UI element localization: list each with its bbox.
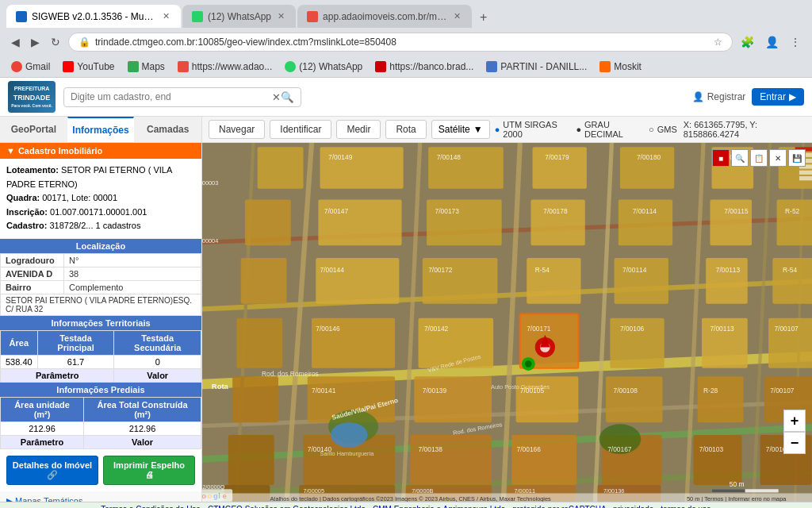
bookmark-whatsapp2[interactable]: (12) WhatsApp — [282, 60, 366, 74]
circle-icon: ● — [495, 125, 500, 134]
svg-text:Rod. dos Romeiros: Rod. dos Romeiros — [262, 370, 319, 378]
bookmark-maps-label: Maps — [142, 61, 165, 72]
bookmark-star[interactable]: ☆ — [714, 37, 722, 48]
area-value: 538.40 — [1, 355, 38, 368]
reload-button[interactable]: ↻ — [48, 33, 63, 52]
bookmark-bradesco[interactable]: https://banco.brad... — [372, 60, 477, 74]
tab-favicon-whatsapp — [192, 11, 203, 22]
menu-button[interactable]: ⋮ — [787, 33, 804, 52]
address-bar: ◀ ▶ ↻ 🔒 trindade.ctmgeo.com.br:10085/geo… — [0, 28, 812, 56]
gmail-icon — [11, 61, 22, 72]
search-submit-button[interactable]: 🔍 — [281, 91, 294, 103]
svg-rect-130 — [712, 489, 745, 492]
loteamento-label: Loteamento: — [6, 165, 59, 175]
partini-icon — [486, 61, 497, 72]
satellite-select[interactable]: Satélite ▼ — [431, 120, 490, 139]
search-input[interactable] — [71, 91, 272, 102]
svg-rect-27 — [619, 199, 672, 245]
tab-close-adao[interactable]: ✕ — [452, 10, 462, 23]
svg-text:7/00148: 7/00148 — [437, 153, 462, 161]
svg-text:Atalhos do teclado | Dados car: Atalhos do teclado | Dados cartográficos… — [270, 495, 551, 502]
map-tool-red[interactable]: ■ — [712, 149, 730, 167]
medir-button[interactable]: Medir — [336, 120, 381, 139]
bookmark-bradesco-label: https://banco.brad... — [389, 61, 473, 72]
svg-point-116 — [525, 360, 531, 367]
register-button[interactable]: 👤 Registrar — [692, 91, 746, 102]
tab-informacoes[interactable]: Informações — [67, 117, 135, 142]
tab-adao[interactable]: app.adaoimoveis.com.br/me... ✕ — [297, 5, 472, 28]
tab-sigweb[interactable]: SIGWEB v2.0.1.3536 - Munic... ✕ — [6, 5, 181, 28]
whatsapp-icon — [285, 61, 296, 72]
svg-text:7/00172: 7/00172 — [428, 266, 453, 274]
tab-favicon-sigweb — [16, 11, 27, 22]
gms-option[interactable]: ○ GMS — [649, 125, 677, 134]
extensions-button[interactable]: 🧩 — [737, 33, 757, 52]
forward-button[interactable]: ▶ — [28, 33, 43, 52]
navegar-button[interactable]: Navegar — [209, 120, 265, 139]
mapas-tematicos-section[interactable]: ▶ Mapas Temáticos — [0, 491, 201, 502]
new-tab-button[interactable]: + — [473, 7, 493, 28]
svg-text:R-52: R-52 — [785, 207, 800, 215]
identificar-button[interactable]: Identificar — [270, 120, 331, 139]
prediais-header-row: Área unidade (m²) Área Total Construída … — [1, 397, 201, 421]
search-clear-button[interactable]: ✕ — [272, 91, 281, 103]
area-construida-header: Área Total Construída (m²) — [84, 397, 201, 421]
map-toolbar: Navegar Identificar Medir Rota Satélite … — [202, 117, 812, 143]
profile-button[interactable]: 👤 — [762, 33, 782, 52]
tab-whatsapp[interactable]: (12) WhatsApp ✕ — [182, 5, 296, 28]
grau-radio-icon: ● — [576, 125, 581, 134]
bookmark-youtube[interactable]: YouTube — [59, 60, 117, 74]
bairro-label: Bairro — [1, 280, 64, 294]
register-label: Registrar — [707, 91, 746, 102]
map-tool-save[interactable]: 💾 — [788, 149, 806, 167]
svg-text:7/00142: 7/00142 — [424, 325, 449, 333]
grau-decimal-label: GRAU DECIMAL — [584, 120, 644, 139]
quadra-value: 00171, Lote: 00001 — [42, 193, 117, 202]
svg-text:145/00003: 145/00003 — [202, 179, 218, 187]
footer-text: Termos e Condições de Uso • CTMGEO Soluç… — [101, 505, 710, 508]
detalhes-imovel-button[interactable]: Detalhes do Imóvel 🔗 — [6, 456, 98, 485]
prediais-section: Informações Prediais Área unidade (m²) Á… — [0, 383, 201, 449]
svg-text:7/00114: 7/00114 — [633, 207, 657, 215]
svg-text:7/00167: 7/00167 — [607, 445, 632, 453]
zoom-in-button[interactable]: + — [783, 410, 806, 432]
cadastro-row: Cadastro: 318728/2... 1 cadastros — [6, 219, 195, 233]
bookmark-partini[interactable]: PARTINI - DANILL... — [483, 60, 590, 74]
bookmark-maps[interactable]: Maps — [124, 60, 168, 74]
bookmark-moskit[interactable]: Moskit — [596, 60, 645, 74]
svg-text:7/00138: 7/00138 — [419, 445, 443, 453]
tab-camadas[interactable]: Camadas — [134, 117, 201, 142]
login-button[interactable]: Entrar ▶ — [752, 88, 804, 106]
logo-line1: PREFEITURA — [11, 85, 52, 93]
map-frame[interactable]: Rota Rod. dos Romeiros 7/00149 7/00148 7… — [202, 143, 812, 502]
svg-text:7/00113: 7/00113 — [710, 325, 734, 333]
valor-header: Valor — [114, 368, 201, 382]
tab-close-whatsapp[interactable]: ✕ — [276, 10, 286, 23]
svg-text:7/00166: 7/00166 — [517, 445, 542, 453]
bairro-value: SETOR PAI ETERNO ( VILA PADRE ETERNO)ESQ… — [1, 294, 201, 315]
map-tool-close[interactable]: ✕ — [769, 149, 787, 167]
imprimir-espelho-button[interactable]: Imprimir Espelho 🖨 — [103, 456, 195, 485]
rota-button[interactable]: Rota — [385, 120, 426, 139]
inscricao-row: Inscrição: 01.007.00171.00001.001 — [6, 206, 195, 220]
tab-geoportal[interactable]: GeoPortal — [0, 117, 67, 142]
area-unidade-value: 212.96 — [1, 421, 84, 435]
moskit-icon — [599, 61, 611, 72]
svg-rect-56 — [693, 435, 741, 485]
complemento-label: Complemento — [64, 280, 201, 294]
grau-decimal-option[interactable]: ● GRAU DECIMAL — [576, 120, 644, 139]
bookmark-gmail[interactable]: Gmail — [8, 60, 53, 74]
tab-label-adao: app.adaoimoveis.com.br/me... — [323, 11, 447, 22]
map-tool-copy[interactable]: 📋 — [750, 149, 768, 167]
map-tool-search[interactable]: 🔍 — [731, 149, 749, 167]
zoom-out-button[interactable]: − — [783, 432, 806, 454]
svg-text:7/00115: 7/00115 — [724, 207, 749, 215]
back-button[interactable]: ◀ — [8, 33, 23, 52]
bookmark-adao[interactable]: https://www.adao... — [174, 60, 275, 74]
logradouro-label: Logradouro — [1, 253, 64, 267]
svg-rect-49 — [698, 376, 744, 422]
tab-close-sigweb[interactable]: ✕ — [161, 10, 171, 23]
svg-text:7/00103: 7/00103 — [699, 445, 724, 453]
localizacao-row-4: SETOR PAI ETERNO ( VILA PADRE ETERNO)ESQ… — [1, 294, 201, 315]
url-bar[interactable]: 🔒 trindade.ctmgeo.com.br:10085/geo-view/… — [68, 33, 733, 52]
